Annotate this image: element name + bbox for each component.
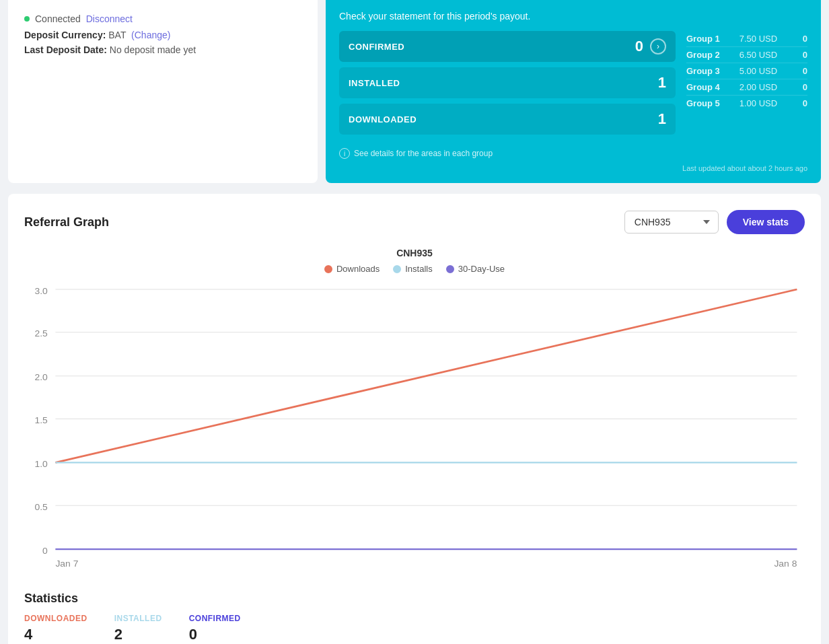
- group-row-1: Group 1 7.50 USD 0: [686, 31, 807, 47]
- thirty-day-dot: [446, 265, 454, 273]
- confirmed-value-row: 0 ›: [635, 38, 666, 55]
- view-stats-button[interactable]: View stats: [727, 210, 805, 234]
- installs-dot: [393, 265, 401, 273]
- graph-section: Referral Graph CNH935 View stats CNH935 …: [8, 194, 821, 644]
- group-name-1: Group 1: [686, 34, 720, 44]
- installed-stat-label: INSTALLED: [114, 614, 162, 623]
- installed-value: 1: [658, 74, 666, 92]
- left-panel: Connected Disconnect Deposit Currency: B…: [8, 0, 318, 183]
- installed-label: INSTALLED: [349, 78, 400, 88]
- disconnect-link[interactable]: Disconnect: [86, 13, 133, 24]
- graph-title: Referral Graph: [24, 215, 109, 229]
- legend-installs-label: Installs: [405, 264, 432, 274]
- group-count-1: 0: [797, 34, 807, 44]
- check-statement: Check your statement for this period's p…: [339, 11, 807, 22]
- stats-left: CONFIRMED 0 › INSTALLED 1: [339, 31, 676, 140]
- group-usd-2: 6.50 USD: [740, 50, 777, 60]
- confirmed-stat-label: CONFIRMED: [189, 614, 241, 623]
- confirmed-stat-col: CONFIRMED 0: [189, 614, 241, 643]
- svg-text:1.0: 1.0: [34, 459, 47, 469]
- deposit-currency-label: Deposit Currency:: [24, 30, 106, 40]
- info-footer: i See details for the areas in each grou…: [339, 148, 807, 159]
- confirmed-stat-value: 0: [189, 626, 241, 643]
- downloaded-label: DOWNLOADED: [349, 114, 417, 124]
- downloaded-stat-value: 4: [24, 626, 87, 643]
- last-deposit-value: No deposit made yet: [110, 44, 196, 55]
- group-row-4: Group 4 2.00 USD 0: [686, 79, 807, 96]
- legend-downloads: Downloads: [324, 264, 380, 274]
- group-name-4: Group 4: [686, 82, 720, 92]
- legend-thirty-day-label: 30-Day-Use: [458, 264, 505, 274]
- chart-svg-wrapper: 3.0 2.5 2.0 1.5 1.0 0.5 0: [24, 282, 805, 581]
- info-icon: i: [339, 148, 350, 159]
- installed-block: INSTALLED 1: [339, 67, 676, 98]
- svg-text:1.5: 1.5: [34, 415, 47, 425]
- legend-thirty-day: 30-Day-Use: [446, 264, 505, 274]
- svg-text:Jan 7: Jan 7: [55, 559, 78, 569]
- downloaded-stat-col: DOWNLOADED 4: [24, 614, 87, 643]
- downloaded-stat-label: DOWNLOADED: [24, 614, 87, 623]
- last-deposit-row: Last Deposit Date: No deposit made yet: [24, 44, 301, 55]
- deposit-currency-row: Deposit Currency: BAT (Change): [24, 30, 301, 40]
- chart-title: CNH935: [24, 248, 805, 258]
- status-row: Connected Disconnect: [24, 13, 301, 24]
- confirmed-block: CONFIRMED 0 ›: [339, 31, 676, 62]
- confirmed-label: CONFIRMED: [349, 42, 404, 52]
- downloaded-value: 1: [658, 110, 666, 128]
- deposit-currency-value: BAT: [108, 30, 126, 40]
- right-panel: Check your statement for this period's p…: [326, 0, 821, 183]
- change-link[interactable]: (Change): [131, 30, 170, 40]
- group-name-3: Group 3: [686, 66, 720, 76]
- referral-code-dropdown[interactable]: CNH935: [624, 211, 719, 234]
- svg-text:Jan 8: Jan 8: [774, 559, 797, 569]
- confirmed-arrow-btn[interactable]: ›: [650, 38, 666, 55]
- group-count-3: 0: [797, 66, 807, 76]
- group-usd-3: 5.00 USD: [740, 66, 777, 76]
- group-name-2: Group 2: [686, 50, 720, 60]
- see-details-text: See details for the areas in each group: [354, 149, 493, 158]
- svg-text:3.0: 3.0: [34, 286, 47, 296]
- downloaded-value-row: 1: [658, 110, 666, 128]
- stats-cols: DOWNLOADED 4 INSTALLED 2 CONFIRMED 0: [24, 614, 805, 643]
- legend-downloads-label: Downloads: [336, 264, 380, 274]
- graph-controls: CNH935 View stats: [624, 210, 805, 234]
- installed-value-row: 1: [658, 74, 666, 92]
- chart-container: CNH935 Downloads Installs 30-Day-Use: [24, 248, 805, 581]
- installed-stat-col: INSTALLED 2: [114, 614, 162, 643]
- legend-installs: Installs: [393, 264, 432, 274]
- installed-stat-value: 2: [114, 626, 162, 643]
- group-usd-5: 1.00 USD: [740, 98, 777, 108]
- group-count-2: 0: [797, 50, 807, 60]
- connected-dot: [24, 16, 30, 22]
- svg-text:2.5: 2.5: [34, 329, 47, 339]
- group-count-4: 0: [797, 82, 807, 92]
- statistics-section: Statistics DOWNLOADED 4 INSTALLED 2 CONF…: [24, 581, 805, 644]
- group-count-5: 0: [797, 98, 807, 108]
- group-row-5: Group 5 1.00 USD 0: [686, 96, 807, 111]
- status-label: Connected: [35, 13, 81, 24]
- svg-text:2.0: 2.0: [34, 373, 47, 383]
- confirmed-value: 0: [635, 38, 643, 55]
- svg-text:0: 0: [42, 546, 48, 556]
- stats-row: CONFIRMED 0 › INSTALLED 1: [339, 31, 807, 140]
- group-usd-4: 2.00 USD: [740, 82, 777, 92]
- chart-legend: Downloads Installs 30-Day-Use: [24, 264, 805, 274]
- last-deposit-label: Last Deposit Date:: [24, 44, 107, 55]
- group-usd-1: 7.50 USD: [740, 34, 777, 44]
- group-row-2: Group 2 6.50 USD 0: [686, 47, 807, 63]
- group-row-3: Group 3 5.00 USD 0: [686, 63, 807, 79]
- last-updated: Last updated about about 2 hours ago: [339, 164, 807, 172]
- svg-text:0.5: 0.5: [34, 502, 47, 512]
- graph-header: Referral Graph CNH935 View stats: [24, 210, 805, 234]
- statistics-title: Statistics: [24, 592, 805, 606]
- downloads-dot: [324, 265, 332, 273]
- groups-right: Group 1 7.50 USD 0 Group 2 6.50 USD 0 Gr…: [686, 31, 807, 140]
- chart-svg: 3.0 2.5 2.0 1.5 1.0 0.5 0: [24, 282, 805, 578]
- group-name-5: Group 5: [686, 98, 720, 108]
- downloaded-block: DOWNLOADED 1: [339, 104, 676, 135]
